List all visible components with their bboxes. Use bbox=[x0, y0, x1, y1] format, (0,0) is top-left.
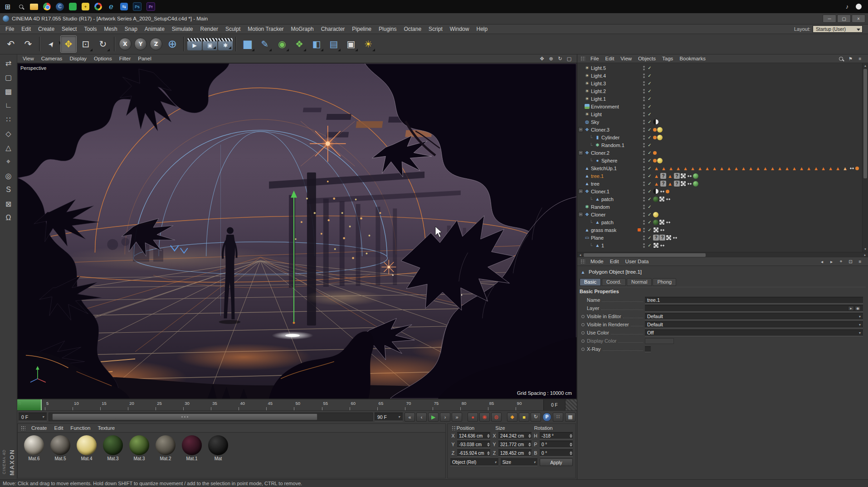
end-frame-field[interactable]: 90 F▾ bbox=[375, 413, 403, 421]
maximize-button[interactable]: ▢ bbox=[837, 15, 851, 23]
object-tag-icon[interactable] bbox=[653, 212, 658, 217]
object-name[interactable]: Light.2 bbox=[591, 89, 606, 94]
visibility-toggles[interactable] bbox=[641, 212, 646, 217]
object-name[interactable]: Cloner.2 bbox=[591, 150, 610, 156]
object-tag-icon[interactable]: ▲ bbox=[682, 165, 689, 172]
texture-mode-button[interactable]: ▩ bbox=[2, 85, 15, 98]
object-name[interactable]: Cloner.3 bbox=[591, 127, 610, 133]
material-item[interactable]: Mat.3 bbox=[101, 435, 125, 461]
lock-x-button[interactable]: X bbox=[119, 38, 132, 50]
object-tag-icon[interactable] bbox=[665, 219, 671, 225]
object-tree-vscrollbar[interactable]: ▴ ▾ bbox=[862, 63, 868, 252]
layout-select[interactable]: Startup (User) bbox=[813, 25, 863, 33]
expand-toggle[interactable]: − bbox=[578, 189, 583, 194]
object-tag-icon[interactable]: ▲ bbox=[733, 165, 740, 172]
add-camera-button[interactable]: ▣ bbox=[343, 35, 359, 53]
object-row[interactable]: − ❖ Cloner.1 ✓ bbox=[578, 187, 862, 195]
premiere-icon[interactable]: Pr bbox=[146, 2, 155, 11]
size-field[interactable]: 128.452 cm bbox=[498, 449, 532, 457]
object-tag-icon[interactable]: ▲ bbox=[711, 165, 718, 172]
visibility-toggles[interactable] bbox=[641, 128, 646, 132]
object-tag-icon[interactable]: ▲ bbox=[653, 180, 660, 187]
coord-system-button[interactable]: ⊕ bbox=[164, 35, 180, 53]
object-row[interactable]: − ❖ Cloner.3 ✓ bbox=[578, 126, 862, 133]
object-tag-icon[interactable]: ? bbox=[660, 173, 666, 179]
object-name[interactable]: Light.3 bbox=[591, 81, 606, 86]
visibility-toggles[interactable] bbox=[641, 236, 646, 240]
record-keyframe-button[interactable]: ● bbox=[468, 413, 478, 422]
dropdown-field[interactable]: Default▾ bbox=[645, 313, 863, 320]
object-menu-item[interactable]: Objects bbox=[635, 54, 659, 63]
expand-toggle[interactable] bbox=[578, 104, 583, 109]
object-row[interactable]: ✱ Random ✓ bbox=[578, 203, 862, 211]
object-tag-icon[interactable]: ▲ bbox=[820, 165, 827, 172]
autokey-toggle[interactable]: ◉ bbox=[479, 413, 490, 422]
pan-view-icon[interactable]: ✥ bbox=[538, 55, 546, 62]
object-tag-icon[interactable]: ▲ bbox=[834, 165, 841, 172]
visibility-toggles[interactable] bbox=[641, 243, 646, 248]
visibility-toggles[interactable] bbox=[641, 174, 646, 178]
visibility-toggles[interactable] bbox=[641, 143, 646, 148]
visibility-toggles[interactable] bbox=[641, 197, 646, 202]
object-tag-icon[interactable]: ▲ bbox=[697, 165, 703, 172]
rotation-field[interactable]: 0 ° bbox=[540, 449, 573, 457]
user-status-icon[interactable] bbox=[856, 4, 862, 10]
position-field[interactable]: 124.636 cm bbox=[457, 432, 490, 439]
object-tag-icon[interactable]: ▲ bbox=[726, 165, 732, 172]
object-tag-icon[interactable] bbox=[666, 190, 669, 193]
expand-toggle[interactable] bbox=[578, 73, 583, 78]
viewport-menu-item[interactable]: Cameras bbox=[38, 54, 66, 63]
rotation-field[interactable]: -318 ° bbox=[540, 432, 573, 439]
keying-options-button[interactable]: ▦ bbox=[565, 413, 575, 422]
viewport-solo-button[interactable]: ◎ bbox=[2, 169, 15, 182]
position-field[interactable]: -615.924 cm bbox=[457, 449, 490, 457]
material-preview[interactable] bbox=[208, 435, 228, 455]
toggle-views-icon[interactable]: ▢ bbox=[565, 55, 573, 62]
visibility-toggles[interactable] bbox=[641, 74, 646, 78]
menu-item[interactable]: Window bbox=[446, 25, 473, 34]
record-rotation-toggle[interactable]: ↻ bbox=[531, 413, 541, 422]
rotate-tool-button[interactable]: ↻ bbox=[95, 35, 111, 53]
viewport-canvas[interactable]: Perspective Grid Spacing : 10000 cm bbox=[17, 63, 577, 399]
object-row[interactable]: └ ▲ patch ✓ bbox=[578, 218, 862, 226]
visibility-toggles[interactable] bbox=[641, 135, 646, 140]
visibility-toggles[interactable] bbox=[641, 158, 646, 163]
viewport-menu-item[interactable]: Options bbox=[90, 54, 116, 63]
object-tag-icon[interactable] bbox=[849, 165, 855, 171]
expand-toggle[interactable] bbox=[578, 181, 583, 186]
object-tag-icon[interactable] bbox=[659, 227, 665, 233]
object-tag-icon[interactable] bbox=[665, 196, 671, 202]
lock-workplane-button[interactable]: ⊠ bbox=[2, 197, 15, 210]
object-row[interactable]: ☀ Light.1 ✓ bbox=[578, 95, 862, 103]
material-item[interactable]: Mat.3 bbox=[127, 435, 151, 461]
attribute-tab[interactable]: Normal bbox=[627, 278, 652, 286]
expand-toggle[interactable] bbox=[578, 166, 583, 171]
object-name[interactable]: Plane bbox=[591, 235, 604, 241]
menu-item[interactable]: Sculpt bbox=[222, 25, 244, 34]
search-icon[interactable] bbox=[15, 1, 27, 12]
material-item[interactable]: Mat bbox=[206, 435, 230, 461]
expand-toggle[interactable] bbox=[578, 89, 583, 93]
notes-app-icon[interactable]: ✦ bbox=[82, 3, 89, 10]
enable-toggle[interactable]: ✓ bbox=[646, 96, 653, 101]
object-tag-icon[interactable] bbox=[657, 127, 663, 133]
object-tag-icon[interactable] bbox=[653, 151, 657, 155]
object-name[interactable]: Sphere bbox=[601, 158, 617, 163]
visibility-toggles[interactable] bbox=[641, 228, 646, 232]
object-tag-icon[interactable]: ? bbox=[659, 235, 665, 241]
object-tag-icon[interactable] bbox=[693, 173, 698, 179]
add-deformer-button[interactable]: ◧ bbox=[308, 35, 325, 53]
model-mode-button[interactable]: ▢ bbox=[2, 71, 15, 84]
object-tag-icon[interactable] bbox=[687, 181, 692, 187]
enable-toggle[interactable]: ✓ bbox=[646, 166, 653, 171]
object-tag-icon[interactable]: ▲ bbox=[667, 180, 673, 187]
object-tag-icon[interactable]: ▲ bbox=[762, 165, 769, 172]
enable-toggle[interactable]: ✓ bbox=[646, 81, 653, 86]
menu-item[interactable]: Octane bbox=[400, 25, 425, 34]
material-item[interactable]: Mat.5 bbox=[49, 435, 72, 461]
xray-checkbox[interactable] bbox=[645, 346, 651, 352]
add-subdivision-button[interactable]: ◉ bbox=[274, 35, 290, 53]
expand-toggle[interactable] bbox=[578, 173, 583, 178]
object-tag-icon[interactable]: ▲ bbox=[769, 165, 776, 172]
keyframe-circle-icon[interactable] bbox=[581, 331, 585, 335]
